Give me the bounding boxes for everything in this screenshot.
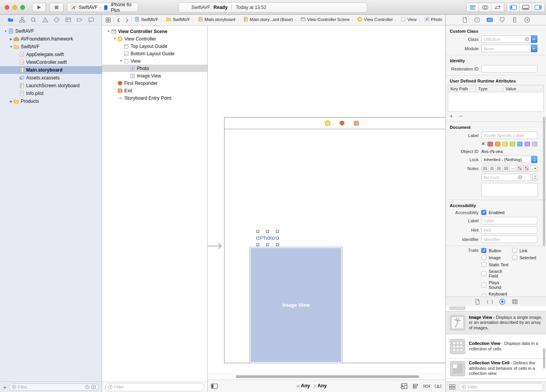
exit-icon[interactable]: [353, 120, 359, 126]
breadcrumb-view-controller[interactable]: View Controller: [357, 17, 393, 22]
breadcrumb-main-storyboard[interactable]: Main.storyboard: [198, 17, 235, 22]
test-navigator-tab-icon[interactable]: [53, 17, 60, 23]
module-combo[interactable]: [481, 45, 537, 52]
connections-inspector-tab-icon[interactable]: [524, 17, 530, 23]
lock-popup[interactable]: Inherited - (Nothing): [481, 156, 537, 163]
add-file-button[interactable]: +: [3, 384, 7, 390]
trait-search-field[interactable]: Search Field: [481, 269, 512, 278]
disclosure-triangle[interactable]: ▼: [112, 37, 117, 40]
file-templates-tab-icon[interactable]: [474, 299, 481, 305]
breadcrumb-swiftavf[interactable]: SwiftAVF: [166, 17, 190, 22]
outline-item-photo[interactable]: BPhoto: [102, 65, 207, 72]
file-swiftavf[interactable]: ▼SwiftAVF: [0, 43, 102, 51]
restoration-id-input[interactable]: [481, 65, 537, 72]
file-assets-xcassets[interactable]: Assets.xcassets: [0, 74, 102, 82]
storyboard-entry-point-arrow[interactable]: [208, 243, 225, 251]
inspector-scrollbar-thumb[interactable]: [543, 117, 545, 246]
selection-handle[interactable]: [256, 230, 259, 233]
trait-link[interactable]: Link: [512, 248, 537, 253]
jump-to-class-icon[interactable]: [525, 37, 530, 42]
accessibility-identifier-input[interactable]: [481, 236, 537, 243]
file-appdelegate-swift[interactable]: AppDelegate.swift: [0, 51, 102, 58]
library-filter-input[interactable]: [468, 385, 541, 389]
accessibility-enabled-checkbox[interactable]: [481, 210, 486, 215]
outline-item-exit[interactable]: Exit: [102, 87, 207, 94]
media-library-tab-icon[interactable]: [512, 299, 518, 305]
view-controller-icon[interactable]: [325, 120, 330, 126]
label-color-swatch[interactable]: [510, 142, 515, 146]
file-avfoundation-framework[interactable]: ▶AVFoundation.framework: [0, 35, 102, 43]
library-grid-view-icon[interactable]: [449, 384, 456, 390]
breadcrumb-view-controller-scene[interactable]: View Controller Scene: [300, 17, 350, 22]
outline-item-first-responder[interactable]: First Responder: [102, 79, 207, 87]
align-right-button[interactable]: [496, 165, 503, 171]
module-dropdown-button[interactable]: [531, 45, 537, 52]
zoom-button[interactable]: [20, 5, 25, 10]
embed-in-stack-icon[interactable]: [401, 383, 408, 389]
disclosure-triangle[interactable]: ▼: [106, 30, 111, 33]
align-icon[interactable]: [412, 383, 419, 389]
toggle-utilities-button[interactable]: [532, 3, 544, 12]
library-item-collection-view-cell[interactable]: Collection View Cell - Defines the attri…: [446, 359, 546, 379]
lock-stepper[interactable]: [531, 156, 537, 163]
selected-button[interactable]: Photo: [255, 229, 280, 247]
version-editor-button[interactable]: [491, 3, 504, 12]
storyboard-canvas[interactable]: Photo Image View w Any h Any: [208, 26, 445, 392]
class-combo[interactable]: [481, 35, 537, 43]
outline-item-storyboard-entry-point[interactable]: Storyboard Entry Point: [102, 94, 207, 102]
issue-navigator-tab-icon[interactable]: [42, 17, 48, 23]
trait-keyboard-key[interactable]: Keyboard Key: [481, 292, 512, 296]
library-filter-field[interactable]: [459, 383, 543, 391]
selection-handle[interactable]: [256, 243, 259, 246]
first-responder-icon[interactable]: [339, 120, 345, 126]
search-navigator-tab-icon[interactable]: [30, 17, 37, 23]
class-input[interactable]: [481, 35, 531, 43]
toggle-debug-area-button[interactable]: [519, 3, 532, 12]
selection-handle[interactable]: [256, 237, 259, 239]
run-button[interactable]: [32, 3, 46, 12]
selection-handle[interactable]: [276, 237, 279, 239]
trait-plays-sound[interactable]: Plays Sound: [481, 280, 512, 290]
navigator-filter-field[interactable]: [9, 383, 99, 391]
breadcrumb-photo[interactable]: BPhoto: [424, 17, 442, 22]
selection-handle[interactable]: [276, 243, 279, 246]
related-items-icon[interactable]: [105, 17, 111, 23]
recent-files-icon[interactable]: [85, 385, 90, 389]
scheme-selector[interactable]: A SwiftAVF › iPhone 6s Plus: [67, 3, 138, 12]
disclosure-triangle[interactable]: ▶: [9, 37, 14, 41]
breadcrumb-main-story-ard-base[interactable]: Main.story...ard (Base): [243, 17, 293, 22]
dashes-button[interactable]: ---: [510, 165, 517, 171]
close-button[interactable]: [5, 5, 9, 10]
trait-checkbox-image[interactable]: [481, 255, 486, 260]
library-item-image-view[interactable]: Image View - Displays a single image, or…: [446, 311, 546, 334]
outline-item-view-controller-scene[interactable]: ▼View Controller Scene: [102, 28, 207, 35]
disclosure-triangle[interactable]: ▼: [3, 30, 8, 33]
notes-textarea[interactable]: [481, 183, 538, 197]
library-scrollbar-thumb[interactable]: [543, 348, 545, 369]
object-library-tab-icon[interactable]: [499, 299, 505, 305]
align-left-button[interactable]: [482, 165, 489, 171]
library-item-collection-view[interactable]: Collection View - Displays data in a col…: [446, 334, 546, 359]
resolve-auto-layout-icon[interactable]: [435, 383, 442, 389]
project-navigator-tab-icon[interactable]: [7, 17, 14, 23]
trait-static-text[interactable]: Static Text: [481, 262, 512, 267]
view-controller-canvas[interactable]: Photo Image View: [224, 117, 445, 363]
remove-attribute-button[interactable]: −: [459, 113, 462, 119]
align-justify-button[interactable]: [503, 165, 510, 171]
horizontal-scrollbar[interactable]: [208, 374, 445, 379]
navigator-filter-input[interactable]: [18, 385, 83, 389]
attributes-inspector-tab-icon[interactable]: [499, 17, 505, 23]
add-attribute-button[interactable]: +: [450, 113, 453, 119]
trait-button[interactable]: Button: [481, 248, 512, 253]
clear-color-icon[interactable]: ✕: [481, 141, 485, 146]
font-size-stepper[interactable]: [532, 174, 537, 181]
size-class-control[interactable]: w Any h Any: [297, 383, 329, 388]
font-input[interactable]: [481, 174, 531, 181]
trait-checkbox-plays-sound[interactable]: [481, 283, 486, 288]
accessibility-label-input[interactable]: [481, 217, 537, 224]
module-input[interactable]: [481, 45, 531, 52]
disclosure-triangle[interactable]: ▼: [118, 59, 124, 63]
disclosure-triangle[interactable]: ▶: [9, 100, 14, 103]
trait-checkbox-selected[interactable]: [512, 255, 517, 260]
accessibility-hint-input[interactable]: [481, 226, 537, 234]
